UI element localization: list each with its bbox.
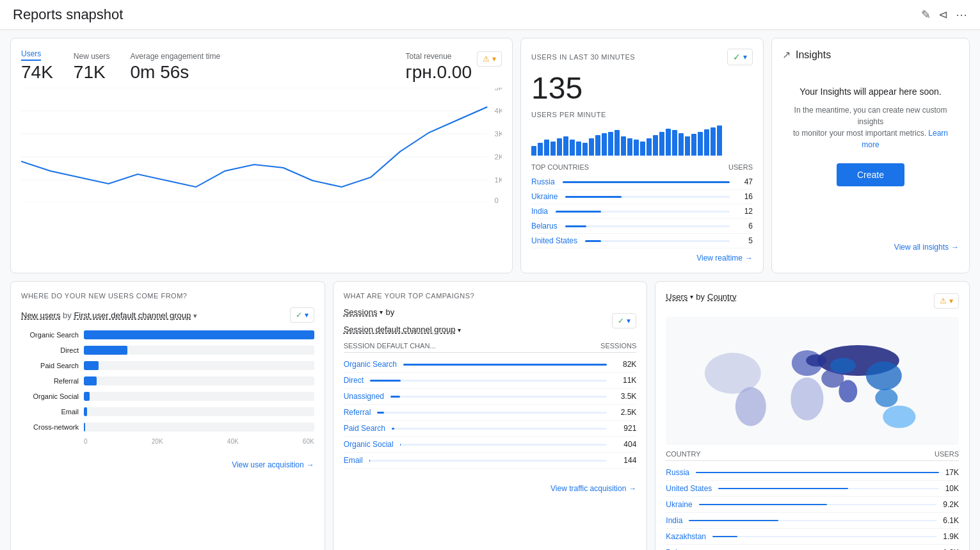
country-row: India 12 [531, 204, 753, 219]
session-bar-paid-search [392, 428, 394, 430]
more-icon[interactable]: ⋯ [956, 8, 967, 22]
campaigns-check-button[interactable]: ✓ ▾ [612, 313, 636, 328]
hbar-track [84, 407, 314, 416]
engagement-value: 0m 56s [131, 62, 221, 83]
sessions-dropdown[interactable]: ▾ [380, 309, 383, 316]
revenue-value: грн.0.00 [405, 62, 472, 83]
geo-india[interactable]: India [666, 516, 682, 525]
geo-bar-wrap [712, 536, 936, 537]
engagement-metric: Average engagement time 0m 56s [131, 51, 221, 83]
sessions-header: SESSION DEFAULT CHAN... SESSIONS [344, 342, 637, 353]
learn-more-link[interactable]: Learn more [862, 129, 948, 149]
bar-1 [531, 146, 536, 156]
bottom-row: WHERE DO YOUR NEW USERS COME FROM? New u… [10, 281, 970, 550]
session-direct[interactable]: Direct [344, 376, 364, 385]
bar-19 [647, 138, 652, 156]
session-bar-wrap [392, 428, 607, 430]
sessions-label[interactable]: Sessions [344, 307, 378, 317]
bar-7 [570, 140, 575, 156]
session-organic-social[interactable]: Organic Social [344, 440, 394, 449]
country-us[interactable]: United States [531, 236, 577, 245]
insights-body: Your Insights will appear here soon. In … [782, 74, 959, 199]
session-val-direct: 11K [613, 376, 636, 385]
geo-by-label: by [696, 292, 705, 302]
sessions-by-row: Sessions ▾ by [344, 307, 462, 317]
users-label[interactable]: Users [21, 49, 41, 61]
country-india[interactable]: India [531, 207, 548, 216]
geo-row-us: United States 10K [666, 481, 959, 497]
hbar-fill-email [84, 407, 87, 416]
acquisition-check-icon: ✓ [296, 311, 302, 319]
session-bar-wrap [390, 396, 607, 398]
view-realtime-link[interactable]: View realtime → [696, 254, 753, 263]
view-all-insights-link[interactable]: View all insights → [894, 243, 959, 252]
geo-bar-wrap [718, 488, 938, 489]
svg-point-24 [839, 380, 858, 402]
campaigns-card-header: Sessions ▾ by Session default channel gr… [344, 307, 637, 334]
country-russia[interactable]: Russia [531, 177, 555, 186]
sessions-dim-dropdown[interactable]: ▾ [458, 327, 461, 334]
world-map-svg [666, 317, 959, 445]
geo-users-label[interactable]: Users [666, 292, 687, 302]
new-users-metric: New users 71K [74, 51, 110, 83]
session-organic-search[interactable]: Organic Search [344, 360, 397, 369]
view-acquisition-link[interactable]: View user acquisition → [232, 460, 314, 469]
session-paid-search[interactable]: Paid Search [344, 424, 385, 433]
session-unassigned[interactable]: Unassigned [344, 392, 384, 401]
campaigns-card: WHAT ARE YOUR TOP CAMPAIGNS? Sessions ▾ … [333, 281, 648, 550]
geo-users-dropdown[interactable]: ▾ [690, 293, 693, 300]
edit-icon[interactable]: ✎ [921, 8, 931, 22]
acquisition-metric-link[interactable]: New users [21, 311, 60, 320]
users-chart: 5K 4K 3K 2K 1K 0 30 Apr 07 May 14 21 [21, 88, 502, 203]
india-bar [556, 211, 601, 213]
bar-23 [672, 130, 677, 156]
realtime-check-button[interactable]: ✓ ▾ [727, 49, 753, 65]
geo-russia[interactable]: Russia [666, 468, 689, 477]
share-icon[interactable]: ⊲ [938, 8, 948, 22]
session-email[interactable]: Email [344, 456, 363, 465]
hbar-label-cross-network: Cross-network [21, 423, 79, 431]
svg-point-26 [876, 389, 898, 407]
geo-card-header: Users ▾ by Country ⚠ ▾ [666, 292, 959, 309]
session-val-organic: 82K [613, 360, 636, 369]
hbar-track [84, 361, 314, 370]
realtime-title: USERS IN LAST 30 MINUTES [531, 53, 635, 61]
ukraine-bar [565, 196, 621, 198]
session-row-unassigned: Unassigned 3.5K [344, 389, 637, 405]
geo-country-label[interactable]: Country [707, 292, 737, 302]
country-ukraine[interactable]: Ukraine [531, 192, 558, 201]
svg-point-25 [866, 362, 902, 391]
session-bar-unassigned [390, 396, 400, 398]
acquisition-chart-title-row: New users by First user default channel … [21, 311, 197, 320]
bar-14 [615, 130, 620, 156]
bar-25 [685, 136, 690, 156]
geo-ukraine[interactable]: Ukraine [666, 500, 692, 509]
countries-left-header: TOP COUNTRIES [531, 163, 589, 171]
acquisition-check-button[interactable]: ✓ ▾ [290, 307, 314, 323]
bar-10 [589, 138, 594, 156]
india-value: 12 [737, 207, 753, 216]
svg-point-29 [807, 354, 827, 366]
session-referral[interactable]: Referral [344, 408, 371, 417]
sessions-dimension[interactable]: Session default channel group [344, 325, 456, 334]
geo-kazakhstan[interactable]: Kazakhstan [666, 532, 706, 541]
belarus-bar-container [565, 225, 730, 227]
geo-row-ukraine: Ukraine 9.2K [666, 497, 959, 513]
bar-3 [544, 140, 549, 156]
create-insights-button[interactable]: Create [837, 163, 904, 186]
hbar-label-direct: Direct [21, 346, 79, 354]
campaigns-check-icon: ✓ [618, 316, 624, 325]
xaxis-40k: 40K [227, 438, 239, 445]
revenue-warning-button[interactable]: ⚠ ▾ [477, 51, 502, 67]
acquisition-dropdown-icon[interactable]: ▾ [193, 312, 197, 319]
geo-us[interactable]: United States [666, 484, 712, 493]
session-bar-email [369, 460, 370, 462]
acquisition-by: by [63, 311, 74, 320]
geo-table-header: COUNTRY USERS [666, 450, 959, 461]
session-bar-wrap [377, 412, 607, 414]
view-traffic-link[interactable]: View traffic acquisition → [550, 484, 636, 493]
country-belarus[interactable]: Belarus [531, 222, 558, 231]
countries-right-header: USERS [728, 163, 753, 171]
geo-warning-button[interactable]: ⚠ ▾ [934, 293, 959, 309]
acquisition-dimension-link[interactable]: First user default channel group [74, 311, 191, 320]
